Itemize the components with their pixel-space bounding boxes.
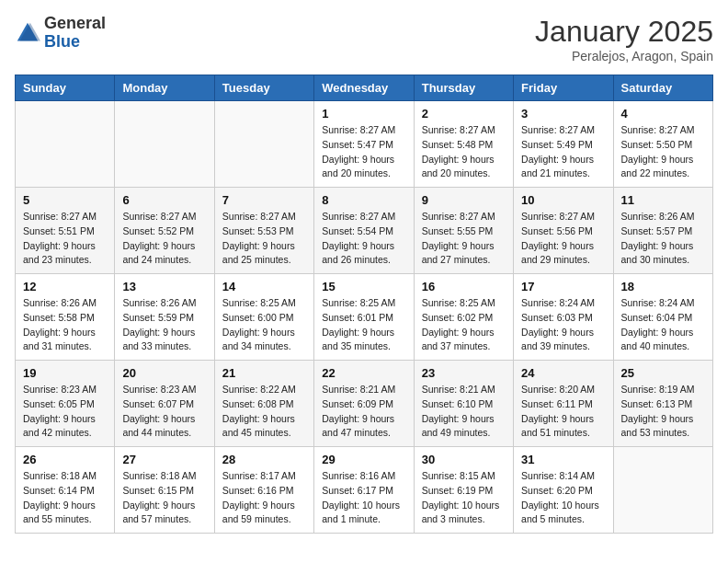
week-row-3: 12Sunrise: 8:26 AM Sunset: 5:58 PM Dayli… — [16, 274, 713, 361]
day-header-wednesday: Wednesday — [314, 75, 414, 101]
day-number: 28 — [222, 453, 306, 466]
calendar-cell: 25Sunrise: 8:19 AM Sunset: 6:13 PM Dayli… — [613, 361, 712, 447]
title-block: January 2025 Peralejos, Aragon, Spain — [535, 15, 713, 63]
day-info: Sunrise: 8:14 AM Sunset: 6:20 PM Dayligh… — [521, 469, 605, 527]
day-info: Sunrise: 8:27 AM Sunset: 5:55 PM Dayligh… — [422, 210, 506, 268]
calendar-cell: 31Sunrise: 8:14 AM Sunset: 6:20 PM Dayli… — [514, 447, 613, 534]
day-number: 2 — [422, 107, 506, 121]
day-info: Sunrise: 8:24 AM Sunset: 6:04 PM Dayligh… — [621, 296, 705, 354]
day-number: 29 — [322, 453, 405, 466]
day-info: Sunrise: 8:25 AM Sunset: 6:00 PM Dayligh… — [222, 296, 306, 354]
calendar-cell — [16, 101, 115, 188]
calendar-cell: 24Sunrise: 8:20 AM Sunset: 6:11 PM Dayli… — [514, 361, 613, 447]
day-number: 23 — [422, 366, 506, 380]
calendar-cell: 8Sunrise: 8:27 AM Sunset: 5:54 PM Daylig… — [314, 188, 414, 274]
calendar-cell: 21Sunrise: 8:22 AM Sunset: 6:08 PM Dayli… — [214, 361, 313, 447]
calendar-cell: 26Sunrise: 8:18 AM Sunset: 6:14 PM Dayli… — [16, 447, 115, 534]
day-info: Sunrise: 8:24 AM Sunset: 6:03 PM Dayligh… — [521, 296, 605, 354]
day-number: 13 — [122, 280, 206, 293]
day-number: 26 — [23, 453, 107, 466]
calendar-cell: 1Sunrise: 8:27 AM Sunset: 5:47 PM Daylig… — [314, 101, 414, 188]
day-info: Sunrise: 8:18 AM Sunset: 6:14 PM Dayligh… — [23, 469, 107, 527]
day-number: 27 — [122, 453, 206, 466]
day-info: Sunrise: 8:27 AM Sunset: 5:49 PM Dayligh… — [521, 123, 605, 181]
calendar-table: SundayMondayTuesdayWednesdayThursdayFrid… — [15, 75, 713, 534]
day-number: 31 — [521, 453, 605, 466]
day-info: Sunrise: 8:25 AM Sunset: 6:02 PM Dayligh… — [422, 296, 506, 354]
week-row-5: 26Sunrise: 8:18 AM Sunset: 6:14 PM Dayli… — [16, 447, 713, 534]
calendar-cell: 20Sunrise: 8:23 AM Sunset: 6:07 PM Dayli… — [115, 361, 214, 447]
day-info: Sunrise: 8:21 AM Sunset: 6:10 PM Dayligh… — [422, 383, 506, 441]
day-number: 18 — [621, 280, 705, 293]
calendar-cell: 12Sunrise: 8:26 AM Sunset: 5:58 PM Dayli… — [16, 274, 115, 361]
calendar-cell: 23Sunrise: 8:21 AM Sunset: 6:10 PM Dayli… — [414, 361, 513, 447]
month-title: January 2025 — [535, 15, 713, 49]
calendar-cell: 14Sunrise: 8:25 AM Sunset: 6:00 PM Dayli… — [214, 274, 313, 361]
day-number: 4 — [621, 107, 705, 121]
day-info: Sunrise: 8:16 AM Sunset: 6:17 PM Dayligh… — [322, 469, 405, 527]
day-header-sunday: Sunday — [16, 75, 115, 101]
calendar-cell — [214, 101, 313, 188]
day-info: Sunrise: 8:27 AM Sunset: 5:54 PM Dayligh… — [322, 210, 405, 268]
day-number: 24 — [521, 366, 605, 380]
day-info: Sunrise: 8:26 AM Sunset: 5:59 PM Dayligh… — [122, 296, 206, 354]
calendar-cell: 18Sunrise: 8:24 AM Sunset: 6:04 PM Dayli… — [613, 274, 712, 361]
calendar-cell: 28Sunrise: 8:17 AM Sunset: 6:16 PM Dayli… — [214, 447, 313, 534]
day-number: 30 — [422, 453, 506, 466]
day-number: 21 — [222, 366, 306, 380]
day-number: 19 — [23, 366, 107, 380]
logo: General Blue — [15, 15, 106, 52]
day-header-saturday: Saturday — [613, 75, 712, 101]
day-number: 16 — [422, 280, 506, 293]
day-info: Sunrise: 8:27 AM Sunset: 5:47 PM Dayligh… — [322, 123, 405, 181]
calendar-cell: 16Sunrise: 8:25 AM Sunset: 6:02 PM Dayli… — [414, 274, 513, 361]
day-number: 1 — [322, 107, 405, 121]
day-number: 15 — [322, 280, 405, 293]
days-header-row: SundayMondayTuesdayWednesdayThursdayFrid… — [16, 75, 713, 101]
week-row-1: 1Sunrise: 8:27 AM Sunset: 5:47 PM Daylig… — [16, 101, 713, 188]
day-info: Sunrise: 8:17 AM Sunset: 6:16 PM Dayligh… — [222, 469, 306, 527]
day-info: Sunrise: 8:22 AM Sunset: 6:08 PM Dayligh… — [222, 383, 306, 441]
day-info: Sunrise: 8:27 AM Sunset: 5:53 PM Dayligh… — [222, 210, 306, 268]
day-number: 22 — [322, 366, 405, 380]
day-header-thursday: Thursday — [414, 75, 513, 101]
calendar-cell: 27Sunrise: 8:18 AM Sunset: 6:15 PM Dayli… — [115, 447, 214, 534]
calendar-cell: 30Sunrise: 8:15 AM Sunset: 6:19 PM Dayli… — [414, 447, 513, 534]
day-number: 25 — [621, 366, 705, 380]
day-info: Sunrise: 8:20 AM Sunset: 6:11 PM Dayligh… — [521, 383, 605, 441]
day-header-tuesday: Tuesday — [214, 75, 313, 101]
day-number: 7 — [222, 193, 306, 207]
day-header-friday: Friday — [514, 75, 613, 101]
calendar-cell: 13Sunrise: 8:26 AM Sunset: 5:59 PM Dayli… — [115, 274, 214, 361]
day-info: Sunrise: 8:21 AM Sunset: 6:09 PM Dayligh… — [322, 383, 405, 441]
week-row-4: 19Sunrise: 8:23 AM Sunset: 6:05 PM Dayli… — [16, 361, 713, 447]
day-info: Sunrise: 8:26 AM Sunset: 5:58 PM Dayligh… — [23, 296, 107, 354]
day-info: Sunrise: 8:18 AM Sunset: 6:15 PM Dayligh… — [122, 469, 206, 527]
day-info: Sunrise: 8:23 AM Sunset: 6:07 PM Dayligh… — [122, 383, 206, 441]
calendar-cell: 2Sunrise: 8:27 AM Sunset: 5:48 PM Daylig… — [414, 101, 513, 188]
day-number: 12 — [23, 280, 107, 293]
day-info: Sunrise: 8:27 AM Sunset: 5:52 PM Dayligh… — [122, 210, 206, 268]
day-number: 14 — [222, 280, 306, 293]
calendar-cell: 19Sunrise: 8:23 AM Sunset: 6:05 PM Dayli… — [16, 361, 115, 447]
calendar-cell: 29Sunrise: 8:16 AM Sunset: 6:17 PM Dayli… — [314, 447, 414, 534]
calendar-cell — [613, 447, 712, 534]
day-number: 3 — [521, 107, 605, 121]
day-info: Sunrise: 8:15 AM Sunset: 6:19 PM Dayligh… — [422, 469, 506, 527]
day-info: Sunrise: 8:27 AM Sunset: 5:50 PM Dayligh… — [621, 123, 705, 181]
calendar-cell: 10Sunrise: 8:27 AM Sunset: 5:56 PM Dayli… — [514, 188, 613, 274]
calendar-cell: 3Sunrise: 8:27 AM Sunset: 5:49 PM Daylig… — [514, 101, 613, 188]
day-info: Sunrise: 8:27 AM Sunset: 5:48 PM Dayligh… — [422, 123, 506, 181]
day-number: 8 — [322, 193, 405, 207]
day-info: Sunrise: 8:19 AM Sunset: 6:13 PM Dayligh… — [621, 383, 705, 441]
day-number: 9 — [422, 193, 506, 207]
calendar-cell: 17Sunrise: 8:24 AM Sunset: 6:03 PM Dayli… — [514, 274, 613, 361]
week-row-2: 5Sunrise: 8:27 AM Sunset: 5:51 PM Daylig… — [16, 188, 713, 274]
calendar-cell: 22Sunrise: 8:21 AM Sunset: 6:09 PM Dayli… — [314, 361, 414, 447]
calendar-cell: 7Sunrise: 8:27 AM Sunset: 5:53 PM Daylig… — [214, 188, 313, 274]
day-info: Sunrise: 8:25 AM Sunset: 6:01 PM Dayligh… — [322, 296, 405, 354]
day-number: 6 — [122, 193, 206, 207]
day-header-monday: Monday — [115, 75, 214, 101]
calendar-cell: 9Sunrise: 8:27 AM Sunset: 5:55 PM Daylig… — [414, 188, 513, 274]
logo-text: General Blue — [44, 15, 106, 52]
